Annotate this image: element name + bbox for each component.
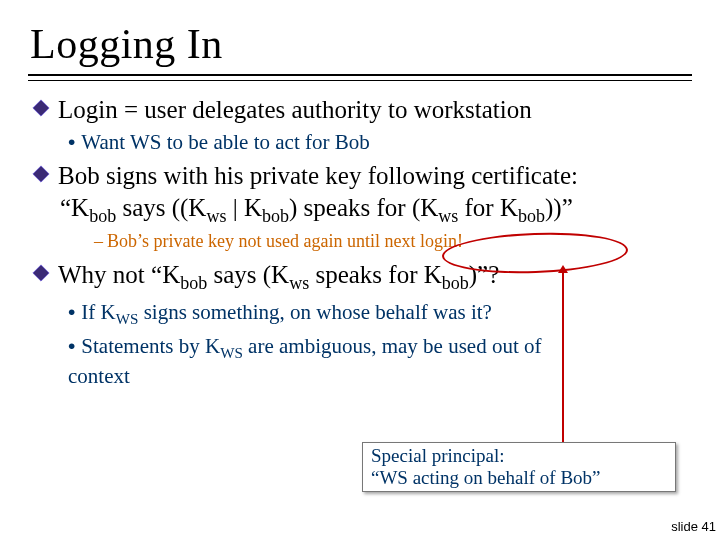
diamond-icon: [32, 99, 50, 117]
bullet-level2: •If KWS signs something, on whose behalf…: [68, 299, 692, 329]
text-fragment: signs something, on whose behalf was it?: [138, 300, 491, 324]
slide-title: Logging In: [30, 20, 692, 68]
text-fragment: says (K: [207, 261, 289, 288]
slide: Logging In Login = user delegates author…: [0, 0, 720, 540]
callout-line: Special principal:: [371, 445, 667, 467]
text-fragment: | K: [226, 194, 262, 221]
text-fragment: speaks for K: [309, 261, 442, 288]
subscript: bob: [518, 206, 545, 226]
text-fragment: “K: [60, 194, 89, 221]
text-fragment: ) speaks for (K: [289, 194, 438, 221]
dot-icon: •: [68, 130, 75, 153]
certificate-statement: “Kbob says ((Kws | Kbob) speaks for (Kws…: [60, 193, 692, 228]
subscript: ws: [206, 206, 226, 226]
subscript: bob: [262, 206, 289, 226]
svg-marker-0: [33, 100, 49, 116]
svg-marker-1: [33, 166, 49, 182]
subscript: ws: [438, 206, 458, 226]
text-fragment: says ((K: [116, 194, 206, 221]
text-fragment: for K: [458, 194, 518, 221]
subscript: ws: [289, 273, 309, 293]
callout-line: “WS acting on behalf of Bob”: [371, 467, 667, 489]
bullet-level2: •Statements by KWS are ambiguous, may be…: [68, 333, 588, 389]
content-area: Login = user delegates authority to work…: [28, 95, 692, 389]
bullet-level1: Why not “Kbob says (Kws speaks for Kbob)…: [32, 260, 692, 295]
subscript: bob: [180, 273, 207, 293]
text-fragment: If K: [81, 300, 115, 324]
title-rule: [28, 74, 692, 81]
svg-marker-2: [33, 265, 49, 281]
text-fragment: Statements by K: [81, 334, 220, 358]
text-fragment: Why not “K: [58, 261, 180, 288]
subscript: bob: [442, 273, 469, 293]
bullet-level3: –Bob’s private key not used again until …: [94, 230, 692, 253]
callout-box: Special principal: “WS acting on behalf …: [362, 442, 676, 492]
bullet-text: Login = user delegates authority to work…: [58, 95, 692, 125]
dot-icon: •: [68, 300, 75, 323]
slide-number: slide 41: [671, 519, 716, 534]
text-fragment: )”?: [469, 261, 500, 288]
bullet-text: Bob’s private key not used again until n…: [107, 231, 463, 251]
diamond-icon: [32, 264, 50, 282]
bullet-text: Want WS to be able to act for Bob: [81, 130, 369, 154]
dot-icon: •: [68, 334, 75, 357]
bullet-level2: •Want WS to be able to act for Bob: [68, 129, 692, 155]
bullet-level1: Login = user delegates authority to work…: [32, 95, 692, 125]
dash-icon: –: [94, 231, 103, 251]
bullet-text: Bob signs with his private key following…: [58, 161, 692, 191]
bullet-level1: Bob signs with his private key following…: [32, 161, 692, 191]
text-fragment: ))”: [545, 194, 573, 221]
subscript: bob: [89, 206, 116, 226]
bullet-text: Why not “Kbob says (Kws speaks for Kbob)…: [58, 260, 692, 295]
subscript: WS: [220, 345, 243, 361]
diamond-icon: [32, 165, 50, 183]
subscript: WS: [116, 311, 139, 327]
